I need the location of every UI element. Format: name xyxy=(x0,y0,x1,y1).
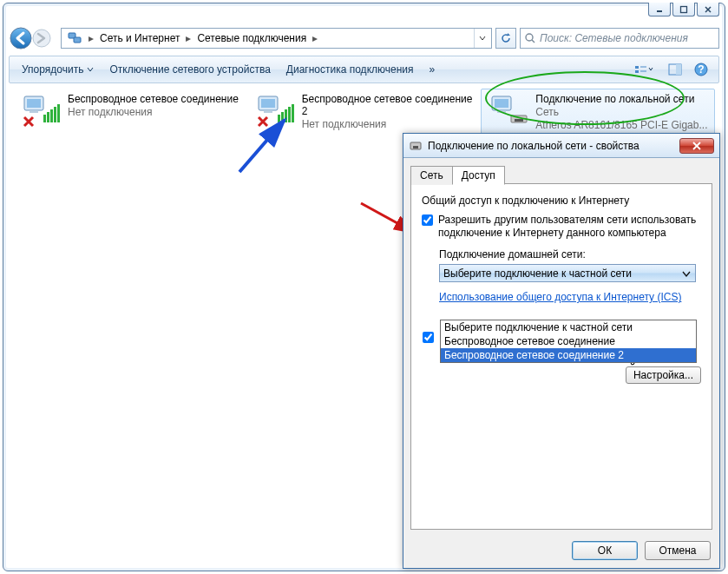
svg-rect-1 xyxy=(681,6,687,12)
breadcrumb-item[interactable]: Сетевые подключения xyxy=(193,29,310,48)
window-controls xyxy=(648,3,719,16)
home-network-combo[interactable]: Выберите подключение к частной сети xyxy=(439,264,696,282)
diagnose-button[interactable]: Диагностика подключения xyxy=(279,60,421,79)
connection-item[interactable]: Беспроводное сетевое соединение Нет подк… xyxy=(13,89,247,135)
search-icon xyxy=(524,32,536,44)
disable-device-button[interactable]: Отключение сетевого устройства xyxy=(102,60,277,79)
group-heading: Общий доступ к подключению к Интернету xyxy=(422,195,701,207)
dialog-title: Подключение по локальной сети - свойства xyxy=(428,140,674,152)
connections-list: Беспроводное сетевое соединение Нет подк… xyxy=(10,85,718,139)
chevron-right-icon: ▸ xyxy=(86,32,96,44)
ok-button[interactable]: ОК xyxy=(572,541,638,560)
tab-network[interactable]: Сеть xyxy=(410,166,453,185)
dropdown-option[interactable]: Беспроводное сетевое соединение xyxy=(441,334,696,348)
chevron-down-icon xyxy=(681,267,692,280)
ics-help-link[interactable]: Использование общего доступа к Интернету… xyxy=(439,291,681,304)
connection-item[interactable]: Беспроводное сетевое соединение 2 Нет по… xyxy=(247,89,482,135)
chevron-down-icon xyxy=(87,66,94,73)
svg-rect-18 xyxy=(30,110,38,113)
svg-point-3 xyxy=(33,30,50,47)
svg-rect-41 xyxy=(413,146,418,148)
breadcrumb-item[interactable]: Сеть и Интернет xyxy=(96,29,183,48)
svg-rect-28 xyxy=(281,112,284,122)
tab-access[interactable]: Доступ xyxy=(452,166,505,185)
search-placeholder: Поиск: Сетевые подключения xyxy=(540,32,688,44)
help-button[interactable]: ? xyxy=(689,59,713,80)
view-options-button[interactable] xyxy=(626,59,661,80)
svg-text:?: ? xyxy=(698,63,704,76)
network-icon xyxy=(67,30,82,46)
connection-item-selected[interactable]: Подключение по локальной сети Сеть Ather… xyxy=(481,89,715,135)
overflow-chevron[interactable]: » xyxy=(423,60,443,79)
tabs: Сеть Доступ xyxy=(410,166,712,185)
allow-control-checkbox[interactable] xyxy=(423,332,434,343)
minimize-button[interactable] xyxy=(648,3,671,16)
svg-rect-13 xyxy=(676,64,681,75)
dropdown-option-highlighted[interactable]: Беспроводное сетевое соединение 2 xyxy=(441,348,696,362)
navigation-bar: ▸ Сеть и Интернет ▸ Сетевые подключения … xyxy=(9,25,719,51)
svg-rect-20 xyxy=(47,112,49,122)
address-dropdown[interactable] xyxy=(474,29,489,48)
svg-rect-5 xyxy=(74,37,81,43)
svg-rect-33 xyxy=(495,99,508,108)
combo-selected-text: Выберите подключение к частной сети xyxy=(443,267,632,280)
connection-status: Сеть xyxy=(535,106,709,118)
svg-rect-17 xyxy=(27,99,41,108)
svg-rect-29 xyxy=(285,109,287,122)
organize-menu[interactable]: Упорядочить xyxy=(15,60,101,79)
svg-rect-25 xyxy=(261,99,275,108)
svg-rect-30 xyxy=(288,107,291,122)
connection-adapter: Atheros AR8161/8165 PCI-E Gigab... xyxy=(535,119,709,131)
dropdown-option[interactable]: Выберите подключение к частной сети xyxy=(441,320,696,334)
connection-title: Подключение по локальной сети xyxy=(535,93,709,105)
nav-back-forward[interactable] xyxy=(9,26,57,50)
connection-title: Беспроводное сетевое соединение 2 xyxy=(302,93,475,117)
ethernet-icon xyxy=(409,139,423,153)
wireless-disconnected-icon xyxy=(253,93,295,131)
settings-button[interactable]: Настройка... xyxy=(626,366,701,384)
chevron-right-icon: ▸ xyxy=(310,32,320,44)
properties-dialog: Подключение по локальной сети - свойства… xyxy=(403,133,720,569)
svg-rect-26 xyxy=(264,110,272,113)
tab-access-page: Общий доступ к подключению к Интернету Р… xyxy=(410,183,712,530)
svg-rect-23 xyxy=(57,104,60,122)
svg-point-6 xyxy=(526,34,533,41)
wireless-disconnected-icon xyxy=(19,93,61,131)
home-network-label: Подключение домашней сети: xyxy=(439,248,701,261)
ethernet-connected-icon xyxy=(487,93,528,131)
allow-sharing-label: Разрешить другим пользователям сети испо… xyxy=(438,214,701,240)
svg-rect-8 xyxy=(635,66,639,69)
dialog-close-button[interactable] xyxy=(679,138,714,154)
connection-status: Нет подключения xyxy=(302,118,475,130)
maximize-button[interactable] xyxy=(672,3,695,16)
svg-rect-27 xyxy=(278,115,280,122)
svg-rect-22 xyxy=(54,107,56,122)
close-button[interactable] xyxy=(697,3,719,16)
connection-title: Беспроводное сетевое соединение xyxy=(68,93,241,105)
allow-sharing-checkbox[interactable] xyxy=(422,214,433,226)
svg-rect-21 xyxy=(50,109,53,122)
svg-rect-9 xyxy=(635,70,639,73)
svg-rect-31 xyxy=(292,104,294,122)
refresh-button[interactable] xyxy=(495,28,516,49)
chevron-right-icon: ▸ xyxy=(183,32,193,44)
address-bar[interactable]: ▸ Сеть и Интернет ▸ Сетевые подключения … xyxy=(61,28,492,49)
svg-rect-34 xyxy=(497,110,506,113)
dialog-titlebar[interactable]: Подключение по локальной сети - свойства xyxy=(403,134,719,158)
svg-point-2 xyxy=(10,28,31,49)
svg-rect-19 xyxy=(43,115,46,122)
connection-status: Нет подключения xyxy=(68,106,241,118)
command-bar: Упорядочить Отключение сетевого устройст… xyxy=(9,56,719,83)
dialog-footer: ОК Отмена xyxy=(403,533,719,568)
cancel-button[interactable]: Отмена xyxy=(645,541,711,560)
preview-pane-button[interactable] xyxy=(663,59,687,80)
svg-line-7 xyxy=(532,40,535,43)
combo-dropdown[interactable]: Выберите подключение к частной сети Бесп… xyxy=(440,320,697,363)
svg-rect-36 xyxy=(515,119,523,122)
search-box[interactable]: Поиск: Сетевые подключения xyxy=(520,28,719,49)
